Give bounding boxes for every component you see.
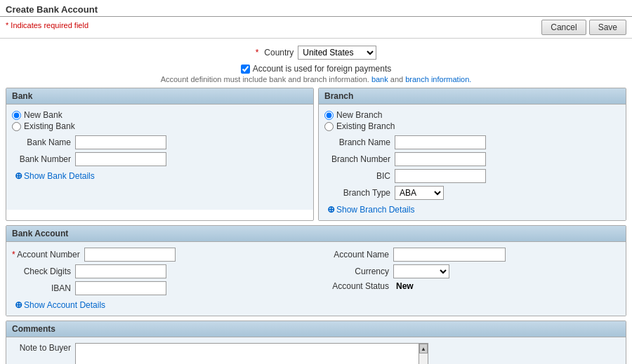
bank-link[interactable]: bank [371, 75, 388, 83]
branch-link[interactable]: branch information. [405, 75, 471, 83]
plus-icon: ⊕ [15, 170, 22, 181]
branch-name-label: Branch Name [324, 137, 395, 147]
iban-label: IBAN [12, 283, 75, 293]
account-number-row: Account Number [12, 248, 309, 262]
account-name-input[interactable] [393, 248, 506, 262]
check-digits-row: Check Digits [12, 264, 309, 278]
action-buttons: Cancel Save [541, 20, 626, 35]
account-name-label: Account Name [323, 250, 393, 259]
foreign-payments-checkbox[interactable] [241, 65, 250, 74]
branch-plus-icon: ⊕ [327, 204, 335, 215]
show-branch-details-link[interactable]: ⊕ Show Branch Details [327, 204, 414, 215]
branch-name-row: Branch Name [324, 135, 620, 149]
comments-section: Comments Note to Buyer ▲ ▼ [6, 321, 626, 364]
existing-branch-label: Existing Branch [336, 121, 395, 131]
comments-row: Note to Buyer ▲ ▼ [12, 343, 620, 364]
bank-name-row: Bank Name [12, 135, 308, 149]
account-status-label: Account Status [323, 281, 393, 291]
account-right: Account Name Currency USD EUR GBP Accoun… [323, 248, 620, 310]
bank-number-row: Bank Number [12, 152, 308, 166]
bic-input[interactable] [395, 169, 486, 183]
branch-section: Branch New Branch Existing Branch Branch… [318, 88, 626, 221]
required-note: * Indicates required field [6, 21, 88, 29]
iban-row: IBAN [12, 281, 309, 295]
account-number-input[interactable] [84, 248, 176, 262]
cancel-button[interactable]: Cancel [541, 20, 586, 35]
account-section: Bank Account Account Number Check Digits… [6, 225, 626, 316]
bank-radio-group: New Bank Existing Bank [12, 110, 308, 131]
bic-row: BIC [324, 169, 620, 183]
show-account-details-link[interactable]: ⊕ Show Account Details [15, 299, 105, 310]
account-section-header: Bank Account [6, 226, 626, 242]
account-number-label: Account Number [12, 250, 84, 259]
branch-type-row: Branch Type ABA SWIFT IBAN [324, 186, 620, 200]
new-bank-label: New Bank [24, 110, 62, 120]
account-plus-icon: ⊕ [15, 299, 22, 310]
check-digits-input[interactable] [75, 264, 166, 278]
foreign-payments-label: Account is used for foreign payments [253, 64, 391, 74]
save-button[interactable]: Save [589, 20, 626, 35]
top-bar: * Indicates required field Cancel Save [0, 17, 632, 39]
account-section-body: Account Number Check Digits IBAN ⊕ Show … [6, 242, 626, 316]
existing-bank-label: Existing Bank [24, 121, 75, 131]
branch-section-body: New Branch Existing Branch Branch Name B… [319, 105, 626, 220]
currency-select[interactable]: USD EUR GBP [393, 264, 449, 278]
show-bank-details-row: ⊕ Show Bank Details [12, 170, 308, 181]
foreign-payments-row: Account is used for foreign payments [0, 62, 632, 75]
bank-section-body: New Bank Existing Bank Bank Name Bank Nu… [6, 105, 313, 210]
currency-row: Currency USD EUR GBP [323, 264, 620, 278]
existing-bank-radio[interactable] [12, 122, 21, 131]
iban-input[interactable] [75, 281, 166, 295]
branch-number-label: Branch Number [324, 154, 395, 164]
comments-section-header: Comments [6, 321, 626, 337]
show-bank-details-label: Show Bank Details [24, 171, 95, 181]
show-account-details-row: ⊕ Show Account Details [12, 299, 309, 310]
show-account-details-label: Show Account Details [24, 300, 105, 310]
foreign-note: Account definition must include bank and… [0, 75, 632, 88]
account-name-row: Account Name [323, 248, 620, 262]
currency-label: Currency [323, 267, 393, 276]
note-to-buyer-label: Note to Buyer [12, 343, 75, 353]
branch-radio-group: New Branch Existing Branch [324, 110, 620, 131]
textarea-wrapper: ▲ ▼ [75, 343, 428, 364]
textarea-scrollbar[interactable]: ▲ ▼ [419, 343, 428, 364]
new-bank-radio[interactable] [12, 111, 21, 120]
account-left: Account Number Check Digits IBAN ⊕ Show … [12, 248, 323, 310]
bank-branch-container: Bank New Bank Existing Bank Bank Name Ba… [6, 88, 626, 221]
new-bank-row: New Bank [12, 110, 308, 120]
existing-bank-row: Existing Bank [12, 121, 308, 131]
existing-branch-radio[interactable] [324, 122, 334, 131]
new-branch-row: New Branch [324, 110, 620, 120]
show-branch-details-label: Show Branch Details [336, 205, 414, 215]
country-row: * Country United States Canada United Ki… [0, 39, 632, 62]
account-status-value: New [393, 281, 414, 291]
note-to-buyer-textarea[interactable] [75, 343, 419, 364]
existing-branch-row: Existing Branch [324, 121, 620, 131]
country-label: Country [264, 48, 294, 58]
branch-type-label: Branch Type [324, 188, 395, 198]
branch-number-input[interactable] [395, 152, 486, 166]
new-branch-label: New Branch [336, 110, 382, 120]
branch-section-header: Branch [319, 88, 626, 105]
bank-name-label: Bank Name [12, 137, 75, 147]
branch-name-input[interactable] [395, 135, 486, 149]
country-select[interactable]: United States Canada United Kingdom Germ… [298, 46, 376, 60]
check-digits-label: Check Digits [12, 267, 75, 276]
bank-name-input[interactable] [75, 135, 166, 149]
show-branch-details-row: ⊕ Show Branch Details [324, 204, 620, 215]
page-title: Create Bank Account [6, 4, 626, 15]
branch-type-select[interactable]: ABA SWIFT IBAN [395, 186, 444, 200]
scrollbar-up[interactable]: ▲ [419, 344, 428, 353]
account-grid: Account Number Check Digits IBAN ⊕ Show … [12, 248, 620, 310]
new-branch-radio[interactable] [324, 111, 334, 120]
bank-number-label: Bank Number [12, 154, 75, 164]
bic-label: BIC [324, 171, 395, 181]
page-header: Create Bank Account [0, 0, 632, 17]
bank-number-input[interactable] [75, 152, 166, 166]
scrollbar-track [419, 353, 428, 364]
required-asterisk: * [256, 48, 259, 58]
show-bank-details-link[interactable]: ⊕ Show Bank Details [15, 170, 95, 181]
bank-section-header: Bank [6, 88, 313, 105]
branch-number-row: Branch Number [324, 152, 620, 166]
account-status-row: Account Status New [323, 281, 620, 291]
